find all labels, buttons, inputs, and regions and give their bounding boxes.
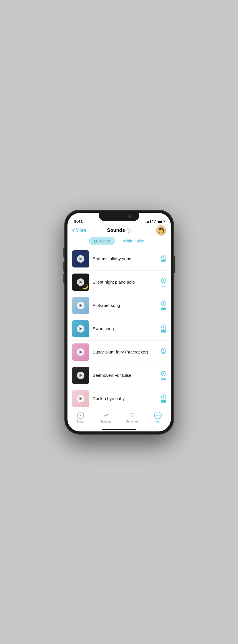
tab-bar: ★ Today Tracking ♡ Memories — [67, 409, 171, 430]
tab-memories-label: Memories — [126, 420, 138, 423]
song-title: Sugar plum fairy (nutcracker) — [93, 349, 158, 354]
heart-icon: ♡ — [129, 412, 135, 419]
song-thumbnail[interactable]: 🌙 — [72, 274, 89, 291]
page-title: Sounds i — [107, 228, 131, 233]
list-item: 🌙 Silent night piano solo + — [67, 271, 171, 294]
tab-info[interactable]: Info — [149, 412, 167, 423]
play-button[interactable] — [77, 255, 84, 263]
play-button[interactable] — [77, 302, 84, 309]
tab-tracking-label: Tracking — [101, 420, 112, 423]
song-title: Alphabet song — [93, 303, 158, 308]
menu-lines-icon — [161, 284, 166, 286]
title-info-icon[interactable]: i — [126, 228, 131, 233]
song-title: Beethoven Für Elise — [93, 373, 158, 378]
star-icon: ★ — [79, 413, 82, 417]
songs-list: Brahms lullaby song + 🌙 — [67, 247, 171, 409]
phone-screen: 9:41 — [67, 213, 171, 431]
tab-today-label: Today — [76, 420, 84, 423]
play-button[interactable] — [77, 278, 84, 286]
add-circle-icon: + — [161, 371, 166, 376]
add-to-playlist-button[interactable]: + — [161, 301, 166, 310]
song-thumbnail[interactable] — [72, 390, 89, 407]
status-icons — [146, 219, 164, 224]
category-tabs: Lullabies White noise — [67, 235, 171, 247]
menu-lines-icon — [161, 307, 166, 310]
play-button[interactable] — [77, 395, 84, 402]
add-circle-icon: + — [161, 394, 166, 400]
play-button[interactable] — [77, 372, 84, 379]
list-item: Brahms lullaby song + — [67, 247, 171, 271]
tracking-icon — [102, 412, 110, 419]
tab-white-noise[interactable]: White noise — [118, 237, 149, 245]
tab-tracking[interactable]: Tracking — [98, 412, 115, 423]
add-circle-icon: + — [161, 324, 166, 330]
tab-today[interactable]: ★ Today — [72, 412, 89, 423]
info-tab-icon — [154, 412, 162, 419]
add-to-playlist-button[interactable]: + — [161, 394, 166, 403]
song-title: Brahms lullaby song — [93, 256, 158, 261]
song-title: Rock a bye baby — [93, 396, 158, 401]
list-item: Rock a bye baby + — [67, 387, 171, 409]
wifi-icon — [152, 219, 156, 224]
add-circle-icon: + — [161, 255, 166, 260]
back-label: More — [76, 228, 86, 233]
menu-lines-icon — [161, 330, 166, 333]
back-button[interactable]: More — [72, 228, 86, 233]
add-to-playlist-button[interactable]: + — [161, 324, 166, 333]
home-indicator — [67, 430, 171, 431]
play-button[interactable] — [77, 325, 84, 332]
list-item: Sugar plum fairy (nutcracker) + — [67, 341, 171, 364]
song-title: Swan song — [93, 326, 158, 331]
battery-icon — [158, 220, 164, 223]
add-to-playlist-button[interactable]: + — [161, 255, 166, 263]
signal-icon — [146, 220, 151, 223]
tab-lullabies[interactable]: Lullabies — [89, 237, 115, 245]
list-item: Alphabet song + — [67, 294, 171, 317]
menu-lines-icon — [161, 377, 166, 380]
song-thumbnail[interactable] — [72, 320, 89, 337]
song-thumbnail[interactable] — [72, 367, 89, 384]
today-icon: ★ — [77, 412, 84, 419]
navigation-bar: More Sounds i 👩 — [67, 226, 171, 235]
status-time: 9:41 — [74, 219, 83, 224]
song-thumbnail[interactable] — [72, 250, 89, 267]
memories-icon: ♡ — [128, 412, 136, 419]
notch — [99, 213, 139, 221]
home-bar — [102, 429, 136, 430]
add-to-playlist-button[interactable]: + — [161, 278, 166, 286]
menu-lines-icon — [161, 353, 166, 356]
tab-info-label: Info — [155, 420, 160, 423]
list-item: Swan song + — [67, 317, 171, 341]
add-circle-icon: + — [161, 348, 166, 353]
front-camera — [128, 215, 131, 218]
list-item: Beethoven Für Elise + — [67, 364, 171, 387]
add-circle-icon: + — [161, 301, 166, 306]
song-thumbnail[interactable] — [72, 297, 89, 314]
tab-memories[interactable]: ♡ Memories — [123, 412, 141, 423]
phone-device: 9:41 — [65, 210, 174, 434]
play-button[interactable] — [77, 348, 84, 356]
avatar[interactable]: 👩 — [156, 225, 166, 236]
song-thumbnail[interactable] — [72, 343, 89, 361]
add-to-playlist-button[interactable]: + — [161, 348, 166, 356]
menu-lines-icon — [161, 400, 166, 403]
info-dots-icon — [156, 415, 160, 416]
song-title: Silent night piano solo — [93, 280, 158, 284]
menu-lines-icon — [161, 260, 166, 263]
add-circle-icon: + — [161, 278, 166, 283]
add-to-playlist-button[interactable]: + — [161, 371, 166, 380]
